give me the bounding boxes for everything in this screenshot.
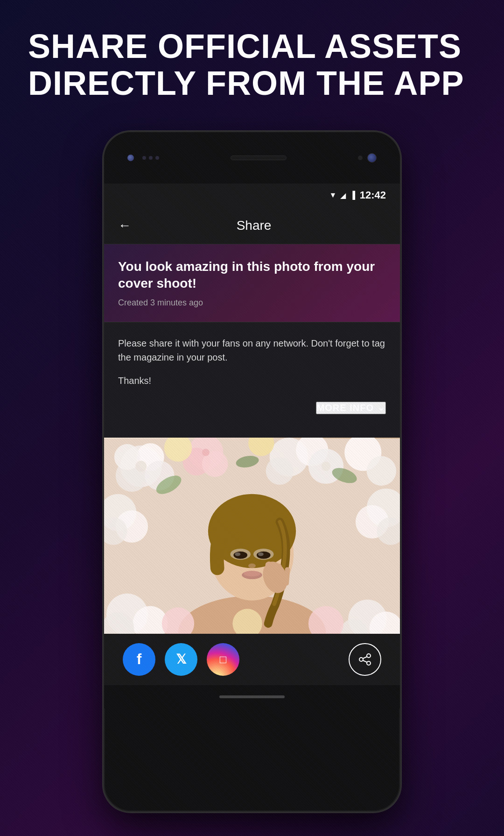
wifi-icon: ▼ bbox=[329, 191, 337, 199]
home-bar bbox=[219, 695, 285, 698]
phone-screen: ▼ ◢ ▐ 12:42 ← Share You look amazing in … bbox=[104, 184, 400, 811]
svg-point-41 bbox=[244, 571, 260, 576]
svg-point-21 bbox=[322, 461, 331, 471]
share-button[interactable] bbox=[349, 643, 381, 676]
message-text-thanks: Thanks! bbox=[118, 374, 386, 388]
status-time: 12:42 bbox=[360, 189, 386, 201]
phone-mockup: ▼ ◢ ▐ 12:42 ← Share You look amazing in … bbox=[103, 131, 401, 813]
app-title: Share bbox=[140, 218, 367, 233]
phone-top-bar bbox=[104, 132, 400, 184]
speaker-bar bbox=[231, 156, 287, 160]
more-info-row: MORE INFO ⌄ bbox=[118, 397, 386, 424]
svg-point-39 bbox=[248, 563, 256, 568]
message-body: Please share it with your fans on any ne… bbox=[104, 322, 400, 438]
headline: SHARE OFFICIAL ASSETS DIRECTLY FROM THE … bbox=[28, 28, 476, 102]
phone-frame: ▼ ◢ ▐ 12:42 ← Share You look amazing in … bbox=[103, 131, 401, 813]
photo-area bbox=[104, 438, 400, 634]
photo-svg bbox=[104, 438, 400, 634]
svg-point-55 bbox=[367, 654, 371, 658]
chevron-down-icon: ⌄ bbox=[378, 403, 385, 413]
back-button[interactable]: ← bbox=[118, 218, 131, 233]
small-dots bbox=[142, 156, 159, 160]
camera-area bbox=[127, 155, 159, 161]
home-bar-area bbox=[104, 685, 400, 708]
svg-point-38 bbox=[258, 552, 264, 556]
svg-point-22 bbox=[202, 449, 210, 456]
message-timestamp: Created 3 minutes ago bbox=[118, 298, 386, 308]
status-bar: ▼ ◢ ▐ 12:42 bbox=[104, 184, 400, 207]
svg-point-20 bbox=[135, 461, 147, 472]
message-card: You look amazing in this photo from your… bbox=[104, 244, 400, 322]
svg-line-59 bbox=[363, 660, 367, 662]
svg-point-37 bbox=[235, 552, 240, 556]
social-bar: f 𝕏 □ bbox=[104, 634, 400, 685]
facebook-button[interactable]: f bbox=[123, 643, 155, 676]
sensor-dot-2 bbox=[149, 156, 153, 160]
more-info-label: MORE INFO bbox=[317, 403, 374, 413]
more-info-button[interactable]: MORE INFO ⌄ bbox=[316, 402, 386, 414]
headline-line1: SHARE OFFICIAL ASSETS bbox=[28, 28, 476, 65]
svg-point-56 bbox=[359, 658, 363, 661]
twitter-icon: 𝕏 bbox=[176, 652, 187, 667]
headline-line2: DIRECTLY FROM THE APP bbox=[28, 65, 476, 102]
instagram-button[interactable]: □ bbox=[207, 643, 239, 676]
app-header: ← Share bbox=[104, 207, 400, 244]
front-camera bbox=[367, 153, 377, 163]
battery-icon: ▐ bbox=[350, 191, 355, 199]
message-text-main: Please share it with your fans on any ne… bbox=[118, 336, 386, 364]
svg-point-14 bbox=[367, 456, 396, 485]
svg-line-58 bbox=[363, 657, 367, 659]
sensor-dot-3 bbox=[155, 156, 159, 160]
extra-sensor bbox=[358, 156, 363, 160]
status-icons: ▼ ◢ ▐ bbox=[329, 191, 355, 200]
signal-icon: ◢ bbox=[340, 191, 346, 200]
instagram-icon: □ bbox=[220, 653, 227, 666]
svg-point-57 bbox=[367, 661, 371, 665]
facebook-icon: f bbox=[137, 651, 142, 668]
sensor-dot-1 bbox=[142, 156, 146, 160]
twitter-button[interactable]: 𝕏 bbox=[165, 643, 197, 676]
share-icon bbox=[358, 653, 371, 666]
svg-point-11 bbox=[266, 457, 294, 484]
message-title: You look amazing in this photo from your… bbox=[118, 258, 386, 292]
camera-dot bbox=[127, 155, 134, 161]
